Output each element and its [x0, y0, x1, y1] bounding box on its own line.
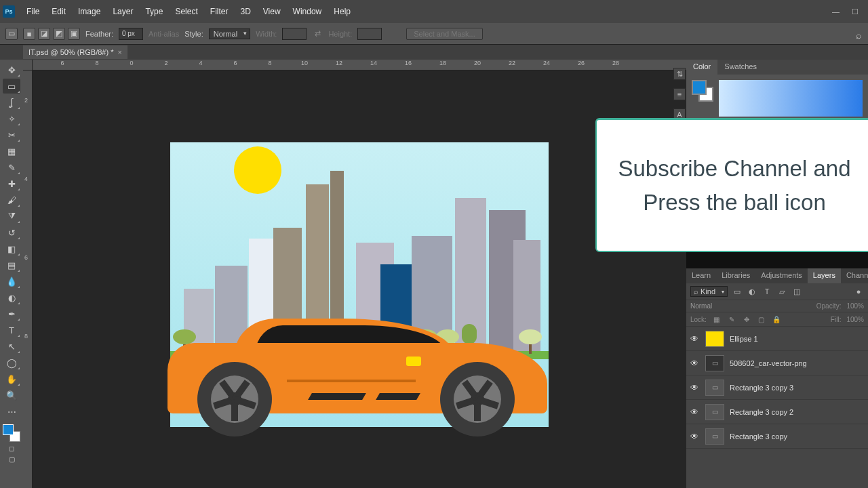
menu-type[interactable]: Type: [139, 7, 169, 16]
menu-view[interactable]: View: [257, 7, 287, 16]
layer-row[interactable]: 👁 ▭ Rectangle 3 copy 2: [686, 400, 868, 424]
ruler-vertical[interactable]: 2 4 6 8: [23, 70, 33, 488]
hand-tool[interactable]: ✋: [3, 371, 20, 386]
menu-filter[interactable]: Filter: [204, 7, 235, 16]
lock-paint-icon[interactable]: ✎: [727, 314, 736, 324]
lock-all-icon[interactable]: 🔒: [772, 314, 781, 324]
menu-layer[interactable]: Layer: [106, 7, 139, 16]
sel-intersect-icon[interactable]: ▣: [68, 28, 80, 40]
filter-image-icon[interactable]: ▭: [732, 286, 743, 297]
layer-thumbnail[interactable]: ▭: [705, 380, 724, 396]
layer-name[interactable]: 508602_car-vector-png: [730, 359, 807, 367]
filter-smart-icon[interactable]: ◫: [791, 286, 802, 297]
marquee-tool[interactable]: ▭: [3, 79, 20, 94]
canvas-area[interactable]: 6 8 0 2 4 6 8 10 12 14 16 18 20 22 24 26…: [23, 60, 686, 488]
layer-name[interactable]: Ellipse 1: [730, 335, 758, 343]
layer-name[interactable]: Rectangle 3 copy 3: [730, 384, 793, 392]
menu-image[interactable]: Image: [72, 7, 106, 16]
layer-row[interactable]: 👁 ▭ 508602_car-vector-png: [686, 351, 868, 375]
filter-type-icon[interactable]: T: [762, 286, 772, 297]
lasso-tool[interactable]: ʆ: [3, 95, 20, 110]
layer-row[interactable]: 👁 Ellipse 1: [686, 327, 868, 351]
layer-kind-select[interactable]: ⌕Kind▾: [690, 286, 728, 297]
blur-tool[interactable]: 💧: [3, 274, 20, 289]
move-tool[interactable]: ✥: [3, 62, 20, 77]
feather-input[interactable]: [119, 28, 143, 40]
type-tool[interactable]: T: [3, 323, 20, 338]
visibility-icon[interactable]: 👁: [690, 383, 700, 392]
layer-thumbnail[interactable]: [705, 331, 724, 347]
dock-strip-icon[interactable]: ⇅: [673, 68, 686, 80]
tab-color[interactable]: Color: [686, 60, 717, 75]
menu-file[interactable]: File: [20, 7, 45, 16]
tab-libraries[interactable]: Libraries: [716, 268, 755, 283]
more-tools-icon[interactable]: ⋯: [3, 404, 20, 419]
ruler-horizontal[interactable]: 6 8 0 2 4 6 8 10 12 14 16 18 20 22 24 26…: [33, 60, 686, 70]
menu-edit[interactable]: Edit: [45, 7, 72, 16]
visibility-icon[interactable]: 👁: [690, 432, 700, 441]
search-icon[interactable]: ⌕: [856, 30, 861, 41]
opacity-value[interactable]: 100%: [846, 302, 864, 310]
document-stage[interactable]: [33, 70, 686, 488]
filter-adjust-icon[interactable]: ◐: [747, 286, 757, 297]
select-and-mask-button[interactable]: Select and Mask...: [406, 28, 483, 40]
layer-thumbnail[interactable]: ▭: [705, 428, 724, 445]
artboard[interactable]: [170, 142, 549, 427]
menu-window[interactable]: Window: [287, 7, 328, 16]
document-tab[interactable]: IT.psd @ 50% (RGB/8#) * ×: [23, 45, 127, 59]
style-select[interactable]: Normal: [209, 28, 250, 39]
tool-preset-icon[interactable]: ▭: [5, 28, 18, 40]
menu-3d[interactable]: 3D: [234, 7, 256, 16]
menu-help[interactable]: Help: [328, 7, 357, 16]
history-brush-tool[interactable]: ↺: [3, 225, 20, 240]
tab-swatches[interactable]: Swatches: [717, 60, 764, 75]
tab-adjustments[interactable]: Adjustments: [755, 268, 808, 283]
tab-learn[interactable]: Learn: [686, 268, 716, 283]
crop-tool[interactable]: ✂: [3, 127, 20, 142]
sel-new-icon[interactable]: ■: [23, 28, 35, 40]
layer-row[interactable]: 👁 ▭ Rectangle 3 copy: [686, 424, 868, 449]
gradient-tool[interactable]: ▤: [3, 258, 20, 272]
shape-tool[interactable]: ◯: [3, 355, 20, 370]
color-swatch-stack[interactable]: [3, 424, 20, 442]
frame-tool[interactable]: ▦: [3, 144, 20, 159]
layer-name[interactable]: Rectangle 3 copy: [730, 432, 787, 441]
path-select-tool[interactable]: ↖: [3, 339, 20, 354]
foreground-color-swatch[interactable]: [3, 424, 14, 435]
visibility-icon[interactable]: 👁: [690, 359, 700, 368]
eyedropper-tool[interactable]: ✎: [3, 160, 20, 175]
window-minimize-icon[interactable]: —: [832, 7, 840, 16]
lock-pixels-icon[interactable]: ▦: [712, 314, 722, 324]
pen-tool[interactable]: ✒: [3, 306, 20, 321]
filter-toggle-icon[interactable]: ●: [853, 286, 864, 297]
blend-mode-select[interactable]: Normal: [690, 302, 712, 310]
visibility-icon[interactable]: 👁: [690, 407, 700, 417]
dodge-tool[interactable]: ◐: [3, 290, 20, 305]
screenmode-icon[interactable]: ▢: [7, 454, 16, 464]
window-restore-icon[interactable]: ☐: [852, 7, 859, 16]
quickmask-icon[interactable]: ◻: [7, 443, 16, 453]
stamp-tool[interactable]: ⧩: [3, 209, 20, 224]
lock-artboard-icon[interactable]: ▢: [757, 314, 766, 324]
close-tab-icon[interactable]: ×: [118, 48, 122, 56]
visibility-icon[interactable]: 👁: [690, 334, 700, 344]
tab-layers[interactable]: Layers: [808, 268, 841, 283]
menu-select[interactable]: Select: [169, 7, 203, 16]
magic-wand-tool[interactable]: ✧: [3, 111, 20, 126]
eraser-tool[interactable]: ◧: [3, 241, 20, 256]
fill-value[interactable]: 100%: [846, 316, 864, 323]
sel-add-icon[interactable]: ◪: [38, 28, 50, 40]
layer-thumbnail[interactable]: ▭: [705, 404, 724, 420]
brush-tool[interactable]: 🖌: [3, 192, 20, 207]
healing-tool[interactable]: ✚: [3, 176, 20, 191]
layer-row[interactable]: 👁 ▭ Rectangle 3 copy 3: [686, 375, 868, 400]
tab-channels[interactable]: Channels: [841, 268, 868, 283]
layer-name[interactable]: Rectangle 3 copy 2: [730, 408, 793, 416]
color-panel-swatches[interactable]: [692, 80, 713, 102]
zoom-tool[interactable]: 🔍: [3, 388, 20, 403]
color-picker-gradient[interactable]: [719, 80, 863, 117]
dock-strip-icon[interactable]: ≡: [673, 88, 686, 100]
filter-shape-icon[interactable]: ▱: [776, 286, 787, 297]
layer-thumbnail[interactable]: ▭: [705, 355, 724, 371]
sel-subtract-icon[interactable]: ◩: [53, 28, 65, 40]
